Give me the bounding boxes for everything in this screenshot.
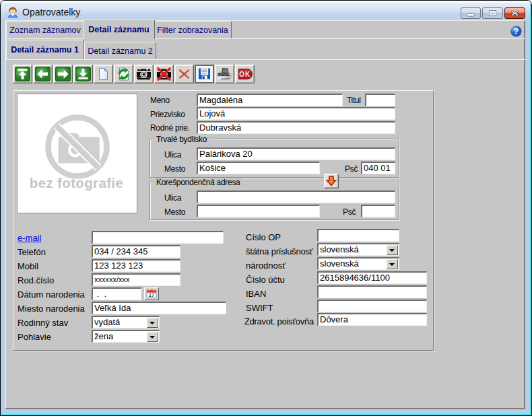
- svg-text:17: 17: [149, 292, 154, 298]
- svg-text:?: ?: [514, 27, 519, 36]
- svg-text:OK: OK: [239, 71, 251, 78]
